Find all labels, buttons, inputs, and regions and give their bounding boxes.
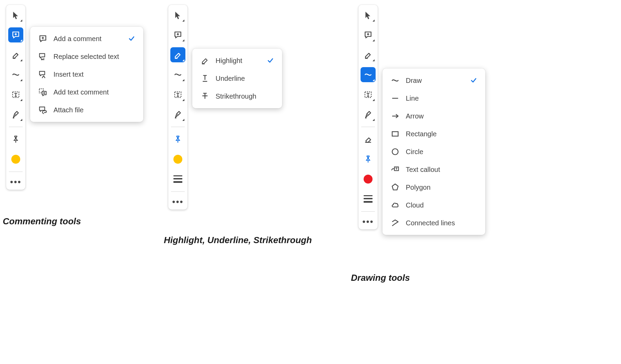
draw-freeform-tool[interactable] — [8, 67, 23, 82]
underline-icon — [200, 74, 212, 83]
thickness-icon — [173, 175, 182, 183]
toolbar-divider — [361, 127, 375, 127]
thickness-icon — [364, 195, 373, 203]
polygon-icon — [391, 183, 402, 192]
comment-plus-icon — [38, 34, 50, 43]
drawing-flyout: Draw Line Arrow Rectangle Circle Tex — [382, 68, 485, 235]
cloud-icon — [391, 201, 402, 210]
flyout-item-replace-text[interactable]: Replace selected text — [33, 48, 141, 65]
flyout-item-text-callout[interactable]: Text callout — [385, 161, 483, 178]
toolbar-divider — [171, 127, 185, 127]
color-picker[interactable] — [361, 172, 376, 187]
eraser-tool[interactable] — [361, 132, 376, 147]
circle-icon — [391, 147, 402, 156]
replace-text-icon — [38, 52, 50, 61]
flyout-item-attach-file[interactable]: Attach file — [33, 101, 141, 118]
line-thickness-button[interactable] — [361, 191, 376, 206]
commenting-flyout: Add a comment Replace selected text Inse… — [30, 27, 143, 122]
color-swatch-icon — [173, 155, 182, 164]
text-comment-icon — [38, 88, 50, 97]
line-thickness-button[interactable] — [170, 172, 185, 187]
signature-tool[interactable] — [361, 107, 376, 122]
text-box-tool[interactable] — [361, 87, 376, 102]
pin-tool[interactable] — [170, 132, 185, 147]
select-tool[interactable] — [361, 8, 376, 23]
caption-highlight: Highlight, Underline, Strikethrough — [164, 235, 312, 246]
flyout-label: Line — [406, 95, 477, 102]
flyout-label: Arrow — [406, 112, 477, 120]
flyout-label: Insert text — [53, 71, 135, 78]
flyout-item-circle[interactable]: Circle — [385, 143, 483, 160]
flyout-item-line[interactable]: Line — [385, 90, 483, 107]
flyout-item-arrow[interactable]: Arrow — [385, 108, 483, 125]
flyout-item-strikethrough[interactable]: Strikethrough — [195, 88, 279, 105]
toolbar-divider — [171, 191, 185, 192]
signature-tool[interactable] — [170, 107, 185, 122]
draw-freeform-tool[interactable] — [361, 67, 376, 82]
check-icon — [267, 57, 274, 64]
flyout-label: Circle — [406, 148, 477, 156]
color-picker[interactable] — [8, 152, 23, 167]
flyout-item-add-comment[interactable]: Add a comment — [33, 30, 141, 47]
color-picker[interactable] — [170, 152, 185, 167]
commenting-toolbar: ••• — [6, 5, 25, 190]
flyout-label: Rectangle — [406, 130, 477, 138]
flyout-label: Cloud — [406, 201, 477, 209]
flyout-label: Strikethrough — [216, 92, 274, 100]
flyout-label: Polygon — [406, 184, 477, 191]
flyout-label: Add text comment — [53, 88, 135, 96]
caption-commenting: Commenting tools — [3, 216, 81, 227]
flyout-label: Add a comment — [53, 35, 121, 43]
flyout-item-underline[interactable]: Underline — [195, 70, 279, 87]
highlight-tool[interactable] — [361, 47, 376, 62]
color-swatch-icon — [11, 155, 20, 164]
color-swatch-icon — [364, 175, 373, 184]
flyout-item-insert-text[interactable]: Insert text — [33, 66, 141, 83]
more-tools-button[interactable]: ••• — [170, 197, 185, 207]
flyout-label: Draw — [406, 77, 463, 85]
flyout-label: Replace selected text — [53, 53, 135, 61]
highlight-toolbar: ••• — [168, 5, 187, 210]
select-tool[interactable] — [170, 8, 185, 23]
attach-file-icon — [38, 105, 50, 114]
pin-tool[interactable] — [361, 152, 376, 167]
insert-text-icon — [38, 70, 50, 79]
add-comment-tool[interactable] — [8, 27, 23, 42]
more-tools-button[interactable]: ••• — [361, 216, 376, 227]
add-comment-tool[interactable] — [170, 27, 185, 42]
highlight-icon — [200, 56, 212, 65]
flyout-item-cloud[interactable]: Cloud — [385, 197, 483, 214]
text-callout-icon — [391, 165, 402, 174]
flyout-label: Text callout — [406, 166, 477, 174]
strikethrough-icon — [200, 92, 212, 101]
more-tools-button[interactable]: ••• — [8, 177, 23, 187]
flyout-item-connected-lines[interactable]: Connected lines — [385, 214, 483, 231]
flyout-label: Highlight — [216, 57, 260, 65]
pin-tool[interactable] — [8, 132, 23, 147]
add-comment-tool[interactable] — [361, 27, 376, 42]
signature-tool[interactable] — [8, 107, 23, 122]
caption-drawing: Drawing tools — [351, 273, 410, 283]
highlight-flyout: Highlight Underline Strikethrough — [192, 49, 282, 108]
flyout-item-polygon[interactable]: Polygon — [385, 179, 483, 196]
flyout-item-add-text-comment[interactable]: Add text comment — [33, 84, 141, 101]
flyout-label: Underline — [216, 75, 274, 83]
flyout-item-rectangle[interactable]: Rectangle — [385, 125, 483, 142]
line-icon — [391, 94, 402, 103]
text-box-tool[interactable] — [8, 87, 23, 102]
flyout-label: Connected lines — [406, 219, 477, 227]
flyout-item-highlight[interactable]: Highlight — [195, 52, 279, 69]
toolbar-divider — [9, 172, 23, 172]
draw-freeform-tool[interactable] — [170, 67, 185, 82]
flyout-label: Attach file — [53, 106, 135, 114]
text-box-tool[interactable] — [170, 87, 185, 102]
toolbar-divider — [361, 211, 375, 212]
highlight-tool[interactable] — [8, 47, 23, 62]
flyout-item-draw[interactable]: Draw — [385, 72, 483, 89]
toolbar-divider — [9, 127, 23, 127]
rectangle-icon — [391, 129, 402, 138]
drawing-toolbar: ••• — [358, 5, 378, 229]
highlight-tool[interactable] — [170, 47, 185, 62]
check-icon — [128, 35, 135, 42]
select-tool[interactable] — [8, 8, 23, 23]
